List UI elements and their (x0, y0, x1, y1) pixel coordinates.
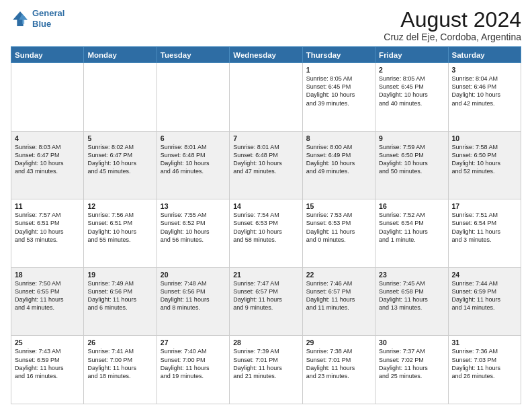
day-number: 5 (87, 134, 152, 142)
day-info: Sunrise: 7:43 AM Sunset: 6:59 PM Dayligh… (15, 347, 80, 380)
day-info: Sunrise: 7:50 AM Sunset: 6:55 PM Dayligh… (15, 279, 80, 312)
calendar-cell: 30Sunrise: 7:37 AM Sunset: 7:02 PM Dayli… (375, 336, 448, 404)
day-number: 4 (15, 134, 80, 142)
calendar-cell (11, 63, 84, 132)
calendar-cell: 15Sunrise: 7:53 AM Sunset: 6:53 PM Dayli… (302, 199, 375, 268)
calendar-cell: 11Sunrise: 7:57 AM Sunset: 6:51 PM Dayli… (11, 199, 84, 268)
day-info: Sunrise: 7:53 AM Sunset: 6:53 PM Dayligh… (306, 211, 371, 244)
calendar-week-3: 11Sunrise: 7:57 AM Sunset: 6:51 PM Dayli… (11, 199, 521, 268)
day-info: Sunrise: 7:57 AM Sunset: 6:51 PM Dayligh… (15, 211, 80, 244)
day-number: 15 (306, 202, 371, 210)
day-number: 31 (452, 338, 517, 347)
calendar-cell (84, 63, 157, 132)
calendar-cell: 23Sunrise: 7:45 AM Sunset: 6:58 PM Dayli… (375, 267, 448, 336)
logo-text: General Blue (32, 8, 64, 29)
page: General Blue August 2024 Cruz del Eje, C… (0, 0, 532, 411)
calendar-header-row: SundayMondayTuesdayWednesdayThursdayFrid… (11, 47, 521, 63)
calendar-cell: 24Sunrise: 7:44 AM Sunset: 6:59 PM Dayli… (448, 267, 521, 336)
day-number: 24 (452, 271, 517, 279)
calendar-week-4: 18Sunrise: 7:50 AM Sunset: 6:55 PM Dayli… (11, 267, 521, 336)
day-number: 2 (379, 66, 444, 74)
day-number: 17 (452, 202, 517, 210)
day-number: 6 (161, 134, 226, 142)
day-info: Sunrise: 7:38 AM Sunset: 7:01 PM Dayligh… (306, 347, 371, 380)
calendar-week-2: 4Sunrise: 8:03 AM Sunset: 6:47 PM Daylig… (11, 131, 521, 199)
calendar-cell: 4Sunrise: 8:03 AM Sunset: 6:47 PM Daylig… (11, 131, 84, 199)
day-info: Sunrise: 7:45 AM Sunset: 6:58 PM Dayligh… (379, 279, 444, 312)
day-info: Sunrise: 7:37 AM Sunset: 7:02 PM Dayligh… (379, 347, 444, 380)
calendar-cell: 27Sunrise: 7:40 AM Sunset: 7:00 PM Dayli… (157, 336, 229, 404)
header-friday: Friday (375, 47, 448, 63)
day-number: 20 (161, 271, 226, 279)
day-info: Sunrise: 8:05 AM Sunset: 6:45 PM Dayligh… (306, 75, 371, 107)
calendar-cell: 8Sunrise: 8:00 AM Sunset: 6:49 PM Daylig… (302, 131, 375, 199)
day-info: Sunrise: 8:01 AM Sunset: 6:48 PM Dayligh… (161, 143, 226, 176)
calendar-table: SundayMondayTuesdayWednesdayThursdayFrid… (11, 46, 521, 404)
day-number: 29 (306, 338, 371, 347)
calendar-cell: 22Sunrise: 7:46 AM Sunset: 6:57 PM Dayli… (302, 267, 375, 336)
header-tuesday: Tuesday (157, 47, 229, 63)
day-number: 27 (161, 338, 226, 347)
day-info: Sunrise: 7:56 AM Sunset: 6:51 PM Dayligh… (87, 211, 152, 244)
day-number: 22 (306, 271, 371, 279)
calendar-cell (230, 63, 302, 132)
calendar-week-5: 25Sunrise: 7:43 AM Sunset: 6:59 PM Dayli… (11, 336, 521, 404)
day-number: 25 (15, 338, 80, 347)
logo-general: General (32, 8, 64, 18)
calendar-cell: 17Sunrise: 7:51 AM Sunset: 6:54 PM Dayli… (448, 199, 521, 268)
header-monday: Monday (84, 47, 157, 63)
day-info: Sunrise: 7:55 AM Sunset: 6:52 PM Dayligh… (161, 211, 226, 244)
calendar-cell: 18Sunrise: 7:50 AM Sunset: 6:55 PM Dayli… (11, 267, 84, 336)
day-number: 16 (379, 202, 444, 210)
subtitle: Cruz del Eje, Cordoba, Argentina (384, 32, 521, 42)
day-info: Sunrise: 7:58 AM Sunset: 6:50 PM Dayligh… (452, 143, 517, 176)
day-number: 12 (87, 202, 152, 210)
header-saturday: Saturday (448, 47, 521, 63)
calendar-cell: 19Sunrise: 7:49 AM Sunset: 6:56 PM Dayli… (84, 267, 157, 336)
day-number: 7 (233, 134, 298, 142)
day-number: 18 (15, 271, 80, 279)
calendar-cell: 16Sunrise: 7:52 AM Sunset: 6:54 PM Dayli… (375, 199, 448, 268)
calendar-cell: 1Sunrise: 8:05 AM Sunset: 6:45 PM Daylig… (302, 63, 375, 132)
calendar-cell (157, 63, 229, 132)
calendar-cell: 31Sunrise: 7:36 AM Sunset: 7:03 PM Dayli… (448, 336, 521, 404)
day-info: Sunrise: 7:52 AM Sunset: 6:54 PM Dayligh… (379, 211, 444, 244)
calendar-cell: 9Sunrise: 7:59 AM Sunset: 6:50 PM Daylig… (375, 131, 448, 199)
day-info: Sunrise: 7:46 AM Sunset: 6:57 PM Dayligh… (306, 279, 371, 312)
day-info: Sunrise: 8:05 AM Sunset: 6:45 PM Dayligh… (379, 75, 444, 107)
day-number: 23 (379, 271, 444, 279)
header-sunday: Sunday (11, 47, 84, 63)
day-info: Sunrise: 7:54 AM Sunset: 6:53 PM Dayligh… (233, 211, 298, 244)
calendar-week-1: 1Sunrise: 8:05 AM Sunset: 6:45 PM Daylig… (11, 63, 521, 132)
calendar-cell: 20Sunrise: 7:48 AM Sunset: 6:56 PM Dayli… (157, 267, 229, 336)
day-info: Sunrise: 7:51 AM Sunset: 6:54 PM Dayligh… (452, 211, 517, 244)
day-info: Sunrise: 7:48 AM Sunset: 6:56 PM Dayligh… (161, 279, 226, 312)
calendar-cell: 6Sunrise: 8:01 AM Sunset: 6:48 PM Daylig… (157, 131, 229, 199)
day-number: 8 (306, 134, 371, 142)
main-title: August 2024 (384, 8, 521, 32)
calendar-cell: 21Sunrise: 7:47 AM Sunset: 6:57 PM Dayli… (230, 267, 302, 336)
day-info: Sunrise: 7:44 AM Sunset: 6:59 PM Dayligh… (452, 279, 517, 312)
calendar-cell: 14Sunrise: 7:54 AM Sunset: 6:53 PM Dayli… (230, 199, 302, 268)
day-info: Sunrise: 7:40 AM Sunset: 7:00 PM Dayligh… (161, 347, 226, 380)
calendar-cell: 13Sunrise: 7:55 AM Sunset: 6:52 PM Dayli… (157, 199, 229, 268)
day-number: 28 (233, 338, 298, 347)
day-info: Sunrise: 7:49 AM Sunset: 6:56 PM Dayligh… (87, 279, 152, 312)
title-block: August 2024 Cruz del Eje, Cordoba, Argen… (384, 8, 521, 42)
day-info: Sunrise: 7:59 AM Sunset: 6:50 PM Dayligh… (379, 143, 444, 176)
header-thursday: Thursday (302, 47, 375, 63)
calendar-cell: 28Sunrise: 7:39 AM Sunset: 7:01 PM Dayli… (230, 336, 302, 404)
header: General Blue August 2024 Cruz del Eje, C… (11, 8, 521, 42)
day-info: Sunrise: 8:04 AM Sunset: 6:46 PM Dayligh… (452, 75, 517, 107)
day-info: Sunrise: 7:39 AM Sunset: 7:01 PM Dayligh… (233, 347, 298, 380)
day-number: 13 (161, 202, 226, 210)
calendar-cell: 7Sunrise: 8:01 AM Sunset: 6:48 PM Daylig… (230, 131, 302, 199)
day-number: 14 (233, 202, 298, 210)
day-number: 10 (452, 134, 517, 142)
logo-blue: Blue (32, 19, 51, 29)
calendar-cell: 5Sunrise: 8:02 AM Sunset: 6:47 PM Daylig… (84, 131, 157, 199)
logo: General Blue (11, 8, 64, 29)
day-info: Sunrise: 7:36 AM Sunset: 7:03 PM Dayligh… (452, 347, 517, 380)
calendar-cell: 12Sunrise: 7:56 AM Sunset: 6:51 PM Dayli… (84, 199, 157, 268)
calendar-cell: 2Sunrise: 8:05 AM Sunset: 6:45 PM Daylig… (375, 63, 448, 132)
